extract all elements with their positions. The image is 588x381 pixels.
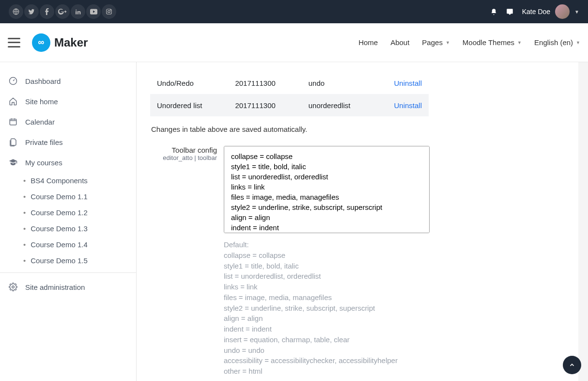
sidebar-item-calendar[interactable]: Calendar bbox=[0, 111, 136, 132]
files-icon bbox=[9, 138, 18, 146]
nav-language[interactable]: English (en)▼ bbox=[534, 38, 580, 47]
plugin-version: 2017111300 bbox=[235, 79, 275, 87]
nav-moodle-themes[interactable]: Moodle Themes▼ bbox=[463, 38, 522, 47]
default-line: collapse = collapse bbox=[224, 250, 430, 261]
gear-icon bbox=[9, 283, 18, 291]
sidebar-label: Dashboard bbox=[25, 77, 61, 85]
default-line: style2 = underline, strike, subscript, s… bbox=[224, 303, 430, 314]
course-label: Course Demo 1.4 bbox=[31, 240, 88, 249]
course-subtree: BS4 Components Course Demo 1.1 Course De… bbox=[0, 173, 136, 269]
facebook-icon[interactable] bbox=[40, 4, 54, 19]
chevron-down-icon: ▼ bbox=[517, 40, 522, 45]
nav-label: Moodle Themes bbox=[463, 38, 514, 47]
nav-home[interactable]: Home bbox=[358, 38, 378, 47]
default-line: list = unorderedlist, orderedlist bbox=[224, 271, 430, 282]
nav-about[interactable]: About bbox=[390, 38, 409, 47]
course-demo-1-5[interactable]: Course Demo 1.5 bbox=[23, 253, 136, 269]
autosave-notice: Changes in table above are saved automat… bbox=[151, 125, 559, 133]
sidebar-label: Site administration bbox=[25, 283, 85, 291]
sidebar-label: Site home bbox=[25, 97, 58, 106]
brand-logo[interactable]: ∞ Maker bbox=[32, 33, 88, 52]
scroll-to-top-button[interactable] bbox=[563, 356, 581, 374]
svg-point-4 bbox=[110, 10, 111, 10]
chevron-down-icon: ▼ bbox=[446, 40, 450, 45]
course-demo-1-1[interactable]: Course Demo 1.1 bbox=[23, 189, 136, 205]
linkedin-icon[interactable] bbox=[71, 4, 85, 19]
sidebar-item-dashboard[interactable]: Dashboard bbox=[0, 71, 136, 91]
hamburger-button[interactable] bbox=[8, 38, 20, 48]
svg-point-3 bbox=[108, 11, 110, 13]
course-bs4-components[interactable]: BS4 Components bbox=[23, 173, 136, 189]
chat-icon[interactable] bbox=[506, 8, 513, 16]
table-row: Unordered list 2017111300 unorderedlist … bbox=[150, 94, 429, 116]
sidebar-item-site-home[interactable]: Site home bbox=[0, 91, 136, 111]
course-label: Course Demo 1.1 bbox=[31, 192, 88, 201]
toolbar-config-sublabel: editor_atto | toolbar bbox=[151, 154, 217, 161]
home-icon bbox=[9, 97, 18, 106]
defaults-heading: Default: bbox=[224, 239, 430, 250]
bell-icon[interactable] bbox=[490, 8, 497, 16]
plugin-slug: undo bbox=[309, 79, 325, 87]
logo-glyph: ∞ bbox=[38, 37, 45, 48]
logo-icon: ∞ bbox=[32, 33, 50, 52]
topbar: Kate Doe ▼ bbox=[0, 0, 588, 23]
default-line: files = image, media, managefiles bbox=[224, 292, 430, 303]
course-label: Course Demo 1.5 bbox=[31, 256, 88, 265]
chevron-down-icon: ▼ bbox=[576, 40, 580, 45]
header: ∞ Maker Home About Pages▼ Moodle Themes▼… bbox=[0, 23, 588, 62]
sidebar-item-my-courses[interactable]: My courses bbox=[0, 152, 136, 173]
grad-cap-icon bbox=[9, 158, 18, 167]
content: Undo/Redo 2017111300 undo Uninstall Unor… bbox=[137, 62, 578, 381]
course-demo-1-2[interactable]: Course Demo 1.2 bbox=[23, 205, 136, 221]
youtube-icon[interactable] bbox=[86, 4, 101, 19]
google-plus-icon[interactable] bbox=[55, 4, 70, 19]
sidebar-item-site-admin[interactable]: Site administration bbox=[0, 277, 136, 297]
sidebar-label: Private files bbox=[25, 138, 63, 146]
table-row: Undo/Redo 2017111300 undo Uninstall bbox=[150, 72, 429, 94]
uninstall-link[interactable]: Uninstall bbox=[394, 79, 422, 87]
sidebar-item-private-files[interactable]: Private files bbox=[0, 132, 136, 152]
svg-rect-6 bbox=[10, 119, 16, 125]
default-line: other = html bbox=[224, 366, 430, 377]
nav-menu: Home About Pages▼ Moodle Themes▼ English… bbox=[358, 38, 580, 47]
plugins-table: Undo/Redo 2017111300 undo Uninstall Unor… bbox=[150, 72, 429, 116]
default-line: undo = undo bbox=[224, 345, 430, 356]
course-demo-1-3[interactable]: Course Demo 1.3 bbox=[23, 221, 136, 237]
default-line: accessibility = accessibilitychecker, ac… bbox=[224, 355, 430, 366]
uninstall-link[interactable]: Uninstall bbox=[394, 101, 422, 110]
avatar bbox=[555, 4, 570, 19]
course-label: Course Demo 1.2 bbox=[31, 208, 88, 217]
default-line: insert = equation, charmap, table, clear bbox=[224, 334, 430, 345]
default-line: align = align bbox=[224, 313, 430, 324]
nav-pages[interactable]: Pages▼ bbox=[422, 38, 449, 47]
toolbar-config-textarea[interactable] bbox=[224, 146, 430, 233]
nav-label: Home bbox=[358, 38, 378, 47]
plugin-version: 2017111300 bbox=[235, 101, 275, 110]
course-label: BS4 Components bbox=[31, 176, 88, 185]
svg-point-7 bbox=[12, 286, 15, 288]
plugin-name: Undo/Redo bbox=[157, 79, 194, 87]
defaults-block: Default: collapse = collapse style1 = ti… bbox=[224, 239, 430, 377]
default-line: style1 = title, bold, italic bbox=[224, 261, 430, 271]
default-line: indent = indent bbox=[224, 324, 430, 334]
brand-name: Maker bbox=[54, 36, 88, 49]
default-line: links = link bbox=[224, 282, 430, 292]
course-label: Course Demo 1.3 bbox=[31, 224, 88, 233]
calendar-icon bbox=[9, 117, 18, 126]
plugin-slug: unorderedlist bbox=[309, 101, 351, 110]
user-menu[interactable]: Kate Doe ▼ bbox=[522, 4, 579, 19]
sidebar-label: My courses bbox=[25, 159, 62, 167]
instagram-icon[interactable] bbox=[102, 4, 116, 19]
nav-label: English (en) bbox=[534, 38, 573, 47]
globe-icon[interactable] bbox=[9, 4, 23, 19]
toolbar-config-label: Toolbar config bbox=[151, 146, 217, 154]
dashboard-icon bbox=[9, 77, 18, 85]
sidebar-label: Calendar bbox=[25, 118, 55, 126]
course-demo-1-4[interactable]: Course Demo 1.4 bbox=[23, 237, 136, 253]
user-name: Kate Doe bbox=[522, 8, 550, 16]
nav-label: Pages bbox=[422, 38, 443, 47]
twitter-icon[interactable] bbox=[24, 4, 39, 19]
plugin-name: Unordered list bbox=[157, 101, 202, 110]
nav-label: About bbox=[390, 38, 409, 47]
sidebar: Dashboard Site home Calendar Private fil… bbox=[0, 62, 137, 381]
